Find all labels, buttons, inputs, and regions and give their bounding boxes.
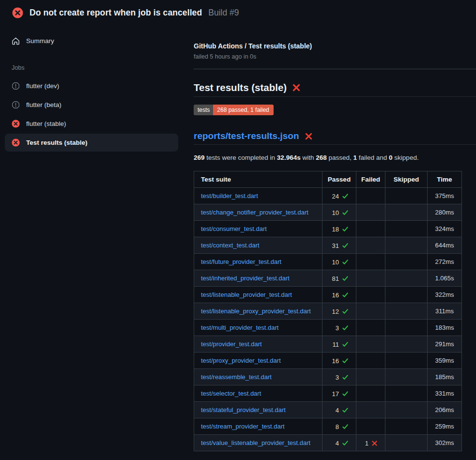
test-suite-link[interactable]: test/provider_test.dart bbox=[201, 340, 262, 348]
test-suite-link[interactable]: test/multi_provider_test.dart bbox=[201, 324, 278, 331]
x-circle-icon bbox=[12, 138, 20, 147]
test-suite-cell: test/listenable_proxy_provider_test.dart bbox=[194, 303, 322, 320]
test-suite-link[interactable]: test/stateful_provider_test.dart bbox=[201, 406, 286, 414]
table-row: test/proxy_provider_test.dart 16 bbox=[194, 353, 462, 369]
check-icon bbox=[342, 275, 349, 282]
skipped-cell bbox=[385, 418, 428, 435]
test-suite-link[interactable]: test/builder_test.dart bbox=[201, 192, 258, 199]
passed-cell: 4 bbox=[322, 435, 356, 451]
x-circle-icon bbox=[12, 120, 20, 128]
failed-cell bbox=[356, 402, 385, 418]
test-suite-link[interactable]: test/listenable_provider_test.dart bbox=[201, 291, 292, 298]
table-row: test/change_notifier_provider_test.dart … bbox=[194, 204, 462, 221]
test-suite-link[interactable]: test/listenable_proxy_provider_test.dart bbox=[201, 307, 311, 315]
check-icon bbox=[342, 242, 349, 249]
jobs-list: flutter (dev) flutter (beta) bbox=[5, 77, 178, 152]
column-header-skipped: Skipped bbox=[385, 171, 428, 188]
table-row: test/stateful_provider_test.dart 4 bbox=[194, 402, 462, 418]
failed-cell bbox=[356, 204, 385, 221]
time-cell: 272ms bbox=[428, 254, 462, 270]
x-mark-icon bbox=[371, 440, 378, 446]
report-file-link[interactable]: reports/test-results.json bbox=[194, 131, 299, 141]
skipped-cell bbox=[385, 435, 428, 451]
skipped-cell bbox=[385, 237, 428, 254]
table-row: test/value_listenable_provider_test.dart… bbox=[194, 435, 462, 451]
test-suite-link[interactable]: test/stream_provider_test.dart bbox=[201, 423, 285, 430]
sidebar-item-job[interactable]: flutter (stable) bbox=[5, 115, 178, 133]
failed-cell bbox=[356, 221, 385, 237]
check-icon bbox=[342, 308, 349, 315]
time-cell: 280ms bbox=[428, 204, 462, 221]
test-suite-link[interactable]: test/consumer_test.dart bbox=[201, 225, 267, 232]
skipped-cell bbox=[385, 353, 428, 369]
failed-cell bbox=[356, 320, 385, 336]
test-suite-link[interactable]: test/value_listenable_provider_test.dart bbox=[201, 439, 310, 446]
time-cell: 302ms bbox=[428, 435, 462, 451]
table-row: test/listenable_provider_test.dart 16 bbox=[194, 287, 462, 303]
table-row: test/consumer_test.dart 18 bbox=[194, 221, 462, 237]
sidebar-item-job[interactable]: Test results (stable) bbox=[5, 134, 178, 152]
passed-cell: 8 bbox=[322, 418, 356, 435]
table-row: test/inherited_provider_test.dart 81 bbox=[194, 270, 462, 287]
time-cell: 291ms bbox=[428, 336, 462, 353]
test-suite-cell: test/listenable_provider_test.dart bbox=[194, 287, 322, 303]
test-suite-link[interactable]: test/inherited_provider_test.dart bbox=[201, 275, 290, 282]
test-suite-link[interactable]: test/context_test.dart bbox=[201, 242, 260, 249]
time-cell: 375ms bbox=[428, 188, 462, 204]
table-row: test/multi_provider_test.dart 3 bbox=[194, 320, 462, 336]
column-header-time: Time bbox=[428, 171, 462, 188]
time-cell: 324ms bbox=[428, 221, 462, 237]
time-cell: 259ms bbox=[428, 418, 462, 435]
skipped-cell bbox=[385, 402, 428, 418]
stop-icon bbox=[12, 101, 20, 109]
passed-cell: 10 bbox=[322, 204, 356, 221]
check-icon bbox=[342, 226, 349, 232]
check-icon bbox=[342, 259, 349, 265]
passed-cell: 3 bbox=[322, 369, 356, 385]
check-icon bbox=[342, 341, 349, 348]
section-title: Test results (stable) bbox=[194, 82, 476, 97]
passed-cell: 10 bbox=[322, 254, 356, 270]
test-suite-link[interactable]: test/reassemble_test.dart bbox=[201, 373, 272, 381]
passed-cell: 31 bbox=[322, 237, 356, 254]
run-status-line: failed 5 hours ago in 0s bbox=[194, 53, 476, 60]
table-row: test/selector_test.dart 17 bbox=[194, 385, 462, 402]
passed-cell: 17 bbox=[322, 385, 356, 402]
skipped-cell bbox=[385, 221, 428, 237]
skipped-cell bbox=[385, 287, 428, 303]
passed-cell: 4 bbox=[322, 402, 356, 418]
table-row: test/context_test.dart 31 bbox=[194, 237, 462, 254]
sidebar-item-job[interactable]: flutter (dev) bbox=[5, 77, 178, 95]
passed-cell: 11 bbox=[322, 336, 356, 353]
time-cell: 311ms bbox=[428, 303, 462, 320]
time-cell: 1.065s bbox=[428, 270, 462, 287]
test-suite-cell: test/builder_test.dart bbox=[194, 188, 322, 204]
time-cell: 644ms bbox=[428, 237, 462, 254]
check-icon bbox=[342, 407, 349, 414]
test-suite-link[interactable]: test/proxy_provider_test.dart bbox=[201, 357, 281, 364]
passed-cell: 3 bbox=[322, 320, 356, 336]
time-cell: 206ms bbox=[428, 402, 462, 418]
test-suite-link[interactable]: test/future_provider_test.dart bbox=[201, 258, 281, 265]
test-suite-cell: test/value_listenable_provider_test.dart bbox=[194, 435, 322, 451]
sidebar-item-job[interactable]: flutter (beta) bbox=[5, 96, 178, 114]
skipped-cell bbox=[385, 188, 428, 204]
test-suite-cell: test/reassemble_test.dart bbox=[194, 369, 322, 385]
failed-cell bbox=[356, 369, 385, 385]
sidebar-item-label: flutter (beta) bbox=[26, 101, 61, 108]
passed-cell: 12 bbox=[322, 303, 356, 320]
tests-badge: tests 268 passed, 1 failed bbox=[194, 105, 274, 115]
column-header-failed: Failed bbox=[356, 171, 385, 188]
test-suite-link[interactable]: test/selector_test.dart bbox=[201, 390, 261, 397]
passed-cell: 24 bbox=[322, 188, 356, 204]
time-cell: 359ms bbox=[428, 353, 462, 369]
time-cell: 322ms bbox=[428, 287, 462, 303]
table-row: test/builder_test.dart 24 bbox=[194, 188, 462, 204]
time-cell: 183ms bbox=[428, 320, 462, 336]
jobs-section-label: Jobs bbox=[12, 64, 178, 71]
workflow-breadcrumb: GitHub Actions / Test results (stable) bbox=[194, 42, 476, 50]
check-icon bbox=[342, 357, 349, 364]
stop-icon bbox=[12, 82, 20, 90]
sidebar-item-summary[interactable]: Summary bbox=[5, 32, 178, 50]
test-suite-link[interactable]: test/change_notifier_provider_test.dart bbox=[201, 209, 308, 216]
